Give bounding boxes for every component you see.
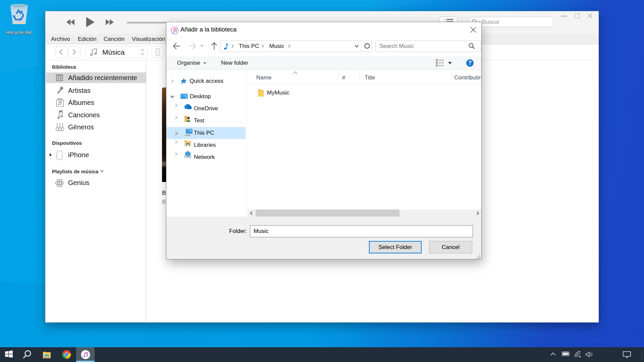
svg-text:1: 1	[444, 19, 446, 21]
